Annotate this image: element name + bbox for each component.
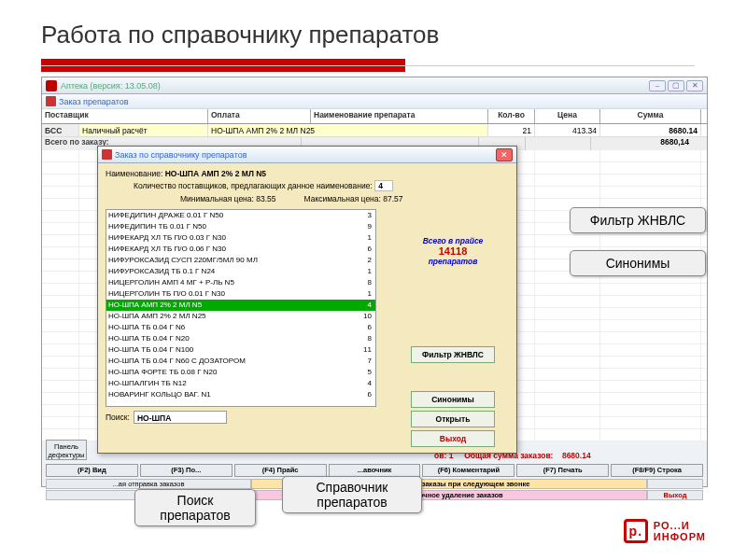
name-value: НО-ШПА АМП 2% 2 МЛ N5 (165, 169, 266, 178)
price-total: Всего в прайсе 14118 препаратов (397, 236, 509, 266)
fkey-0[interactable]: (F2) Вид (46, 464, 138, 477)
callout-filter: Фильтр ЖНВЛС (570, 207, 706, 233)
drug-row[interactable]: НО-ШПА ФОРТЕ ТБ 0.08 Г N205 (106, 367, 375, 378)
logo-icon: р. (624, 519, 648, 543)
window-buttons: – ▢ ✕ (649, 80, 703, 91)
drug-row[interactable]: НИФЕКАРД ХЛ ТБ П/О 0.03 Г N301 (106, 232, 375, 244)
drug-row[interactable]: НИФЕДИПИН ДРАЖЕ 0.01 Г N503 (106, 210, 375, 221)
module-icon (46, 96, 56, 106)
drug-row[interactable]: НИФУРОКСАЗИД ТБ 0.1 Г N241 (106, 266, 375, 277)
dialog-close-button[interactable]: ✕ (496, 148, 513, 161)
dialog-titlebar: Заказ по справочнику препаратов ✕ (98, 147, 516, 163)
fkey-1[interactable]: (F3) По... (140, 464, 233, 477)
callout-reference: Справочник препаратов (282, 476, 422, 513)
dialog-icon (102, 149, 112, 160)
drug-row[interactable]: НО-ШПА АМП 2% 2 МЛ N54 (106, 300, 375, 311)
search-label: Поиск: (106, 413, 130, 422)
drug-row[interactable]: НО-ШПА ТБ 0.04 Г N60 С ДОЗАТОРОМ7 (106, 356, 375, 367)
defect-panel-button[interactable]: Панель дефектуры (46, 440, 87, 460)
grid-header: Поставщик Оплата Наименование препарата … (42, 109, 707, 124)
suppliers-value: 4 (374, 180, 393, 191)
filter-zhnvls-button[interactable]: Фильтр ЖНВЛС (411, 346, 495, 363)
drug-row[interactable]: НИФЕДИПИН ТБ 0.01 Г N509 (106, 221, 375, 232)
close-button[interactable]: ✕ (686, 80, 703, 91)
outer-titlebar: Аптека (версия: 13.05.08) – ▢ ✕ (42, 77, 707, 94)
grid-row[interactable]: БСС Наличный расчёт НО-ШПА АМП 2% 2 МЛ N… (42, 124, 707, 137)
suppliers-label: Количество поставщиков, предлагающих дан… (134, 181, 373, 190)
drug-row[interactable]: НИФЕКАРД ХЛ ТБ П/О 0.06 Г N306 (106, 244, 375, 255)
fkey-5[interactable]: (F7) Печать (516, 464, 609, 477)
drug-row[interactable]: НО-ШПАЛГИН ТБ N124 (106, 378, 375, 389)
drug-row[interactable]: НИФУРОКСАЗИД СУСП 220МГ/5МЛ 90 МЛ2 (106, 255, 375, 266)
fkey-4[interactable]: (F6) Комментарий (422, 464, 514, 477)
drug-list[interactable]: НИФЕДИПИН ДРАЖЕ 0.01 Г N503НИФЕДИПИН ТБ … (106, 209, 376, 407)
fkey-6[interactable]: (F8/F9) Строка (611, 464, 703, 477)
col-qty[interactable]: Кол-во (488, 109, 535, 123)
drug-row[interactable]: НО-ШПА ТБ 0.04 Г N10011 (106, 344, 375, 356)
min-price-value: 83.55 (256, 194, 275, 203)
total-sum: 8680,14 (591, 137, 692, 150)
col-drug-name[interactable]: Наименование препарата (311, 109, 488, 123)
logo: р. РО...ИИНФОРМ (624, 519, 706, 543)
dialog-title: Заказ по справочнику препаратов (115, 150, 247, 160)
action-send-auto[interactable]: ...ая отправка заказов (46, 479, 251, 489)
drug-row[interactable]: НО-ШПА АМП 2% 2 МЛ N2510 (106, 311, 375, 322)
app-icon (46, 80, 57, 91)
col-price[interactable]: Цена (535, 109, 600, 123)
open-button[interactable]: Открыть (411, 411, 495, 427)
outer-window-title: Аптека (версия: 13.05.08) (61, 81, 161, 91)
cell-sum: 8680.14 (600, 124, 701, 136)
drug-row[interactable]: НОВАРИНГ КОЛЬЦО ВАГ. N16 (106, 389, 375, 400)
reference-dialog: Заказ по справочнику препаратов ✕ Наимен… (97, 146, 517, 454)
col-sum[interactable]: Сумма (600, 109, 701, 123)
inner-titlebar: Заказ препаратов (42, 94, 707, 109)
synonyms-button[interactable]: Синонимы (411, 391, 495, 408)
drug-row[interactable]: НО-ШПА ТБ 0.04 Г N66 (106, 322, 375, 333)
cell-supplier: БСС (42, 124, 79, 136)
min-price-label: Минимальная цена: (180, 194, 254, 203)
max-price-value: 87.57 (383, 194, 402, 203)
cell-qty: 21 (488, 124, 535, 136)
cell-payment: Наличный расчёт (79, 124, 208, 136)
search-input[interactable]: НО-ШПА (134, 411, 227, 424)
fkey-2[interactable]: (F4) Прайс (234, 464, 327, 477)
drug-row[interactable]: НИЦЕРГОЛИН АМП 4 МГ + Р-ЛЬ N58 (106, 277, 375, 288)
action-exit[interactable]: Выход (647, 490, 703, 500)
col-payment[interactable]: Оплата (208, 109, 311, 123)
action-spacer (647, 479, 703, 489)
dialog-exit-button[interactable]: Выход (411, 430, 495, 447)
col-supplier[interactable]: Поставщик (42, 109, 208, 123)
dialog-sidebar: Всего в прайсе 14118 препаратов Фильтр Ж… (397, 236, 509, 450)
maximize-button[interactable]: ▢ (668, 80, 684, 91)
name-label: Наименование: (106, 169, 162, 178)
minimize-button[interactable]: – (649, 80, 666, 91)
inner-window-title: Заказ препаратов (59, 97, 129, 106)
fkey-3[interactable]: ...авочник (329, 464, 421, 477)
cell-drug: НО-ШПА АМП 2% 2 МЛ N25 (208, 124, 488, 136)
fkey-bar: (F2) Вид(F3) По...(F4) Прайс...авочник(F… (46, 464, 703, 477)
drug-row[interactable]: НО-ШПА ТБ 0.04 Г N208 (106, 333, 375, 344)
cell-price: 413.34 (535, 124, 600, 136)
callout-search: Поиск препаратов (134, 489, 256, 526)
slide-title: Работа по справочнику препаратов (0, 0, 747, 59)
divider (41, 65, 695, 66)
drug-row[interactable]: НИЦЕРГОЛИН ТБ П/О 0.01 Г N301 (106, 288, 375, 300)
callout-synonyms: Синонимы (570, 250, 706, 276)
max-price-label: Максимальная цена: (304, 194, 381, 203)
